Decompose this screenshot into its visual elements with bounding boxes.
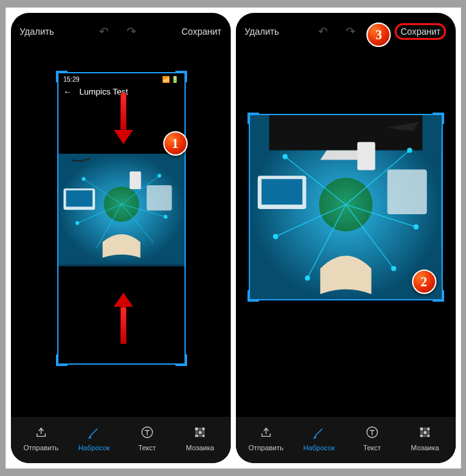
- tool-label: Мозаика: [411, 444, 439, 452]
- sketch-icon: [312, 425, 326, 440]
- tool-sketch[interactable]: Набросок: [67, 425, 121, 452]
- crop-frame[interactable]: 15:29 📶 🔋 ← Lumpics Test: [57, 72, 186, 365]
- svg-rect-50: [427, 428, 430, 431]
- svg-rect-16: [129, 171, 141, 188]
- svg-rect-20: [202, 428, 205, 431]
- svg-rect-32: [261, 179, 302, 205]
- svg-rect-21: [195, 431, 199, 434]
- bottom-toolbar: Отправить Набросок Текст Мозаика: [11, 417, 231, 463]
- share-icon: [34, 425, 48, 440]
- tool-send[interactable]: Отправить: [240, 425, 293, 452]
- svg-point-46: [391, 266, 396, 271]
- svg-rect-28: [269, 115, 422, 151]
- save-button[interactable]: Сохранит: [395, 23, 446, 40]
- crop-frame[interactable]: 2: [249, 114, 443, 300]
- mosaic-icon: [418, 425, 432, 440]
- arrow-up-annotation: [115, 293, 132, 344]
- tool-mosaic[interactable]: Мозаика: [174, 425, 227, 452]
- arrow-down-annotation: [115, 93, 132, 144]
- redo-icon[interactable]: ↷: [127, 24, 136, 39]
- topbar: Удалить ↶ ↷ Сохранит 3: [236, 13, 456, 46]
- phone-left: Удалить ↶ ↷ Сохранит 15:29 📶 🔋: [11, 13, 231, 463]
- svg-rect-53: [427, 431, 430, 434]
- svg-point-15: [163, 215, 167, 219]
- svg-point-12: [82, 177, 85, 181]
- svg-rect-24: [195, 435, 199, 437]
- svg-rect-18: [195, 428, 199, 431]
- svg-rect-23: [202, 431, 205, 434]
- tool-label: Мозаика: [186, 444, 214, 452]
- topbar: Удалить ↶ ↷ Сохранит: [11, 13, 231, 46]
- phone-right: Удалить ↶ ↷ Сохранит 3: [236, 13, 456, 463]
- tool-label: Набросок: [78, 444, 110, 452]
- tool-text[interactable]: Текст: [346, 425, 399, 452]
- svg-point-41: [282, 154, 287, 160]
- svg-rect-26: [202, 435, 205, 437]
- tool-label: Текст: [363, 444, 381, 452]
- svg-rect-5: [147, 185, 172, 210]
- delete-button[interactable]: Удалить: [20, 26, 54, 37]
- share-icon: [259, 425, 273, 440]
- screenshot-content: [250, 115, 442, 299]
- tool-label: Текст: [138, 444, 156, 452]
- tool-send[interactable]: Отправить: [15, 425, 68, 452]
- tool-sketch[interactable]: Набросок: [292, 425, 346, 452]
- delete-button[interactable]: Удалить: [245, 26, 279, 37]
- mosaic-icon: [193, 425, 207, 440]
- tech-image: [58, 154, 184, 266]
- back-icon: ←: [64, 87, 72, 96]
- svg-rect-22: [199, 431, 202, 434]
- step-badge-2: 2: [412, 270, 436, 294]
- tech-image: [250, 115, 442, 299]
- svg-rect-34: [357, 142, 375, 170]
- svg-rect-55: [424, 435, 427, 437]
- text-icon: [140, 425, 154, 440]
- save-button[interactable]: Сохранит: [181, 26, 221, 37]
- tool-text[interactable]: Текст: [121, 425, 174, 452]
- tool-label: Набросок: [303, 444, 335, 452]
- text-icon: [365, 425, 379, 440]
- svg-point-44: [413, 224, 418, 230]
- status-time: 15:29: [64, 76, 80, 83]
- canvas[interactable]: 15:29 📶 🔋 ← Lumpics Test: [11, 46, 231, 417]
- tool-mosaic[interactable]: Мозаика: [399, 425, 452, 452]
- svg-point-43: [273, 234, 278, 239]
- sketch-icon: [87, 425, 101, 440]
- step-badge-3: 3: [366, 23, 391, 47]
- tool-label: Отправить: [23, 444, 58, 452]
- svg-point-42: [407, 148, 412, 153]
- undo-icon[interactable]: ↶: [99, 24, 109, 39]
- svg-point-13: [157, 174, 161, 178]
- step-badge-1: 1: [163, 131, 188, 156]
- svg-rect-49: [424, 428, 427, 431]
- svg-rect-56: [427, 435, 430, 437]
- svg-rect-52: [424, 431, 427, 434]
- bottom-toolbar: Отправить Набросок Текст Мозаика: [236, 417, 456, 463]
- svg-rect-54: [420, 435, 424, 437]
- status-icons: 📶 🔋: [162, 76, 179, 83]
- svg-rect-4: [66, 190, 92, 206]
- svg-rect-25: [199, 435, 202, 437]
- svg-rect-51: [420, 431, 424, 434]
- undo-icon[interactable]: ↶: [318, 24, 328, 39]
- svg-point-45: [305, 275, 310, 280]
- svg-rect-48: [420, 428, 424, 431]
- svg-rect-33: [387, 169, 427, 214]
- canvas[interactable]: 2: [236, 46, 456, 417]
- svg-point-14: [75, 221, 79, 225]
- tool-label: Отправить: [248, 444, 283, 452]
- redo-icon[interactable]: ↷: [346, 24, 355, 39]
- svg-rect-19: [199, 428, 202, 431]
